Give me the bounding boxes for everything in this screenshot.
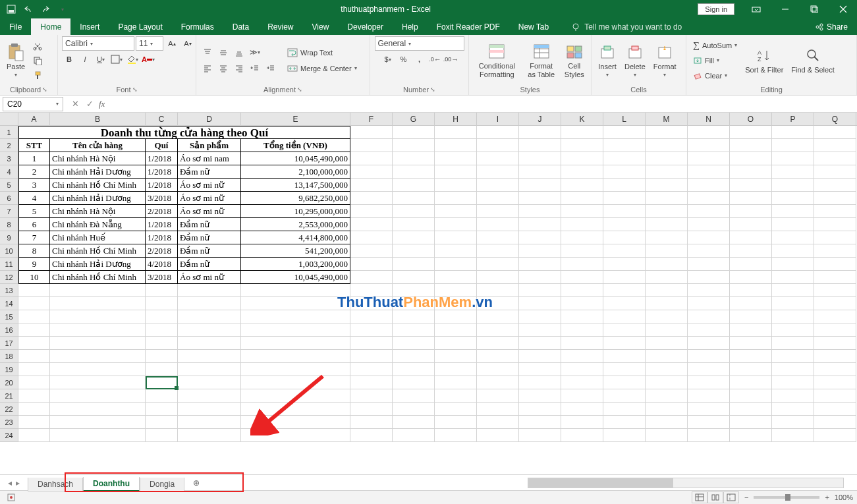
data-cell[interactable]: 9,682,250,000 — [241, 192, 350, 205]
row-header[interactable]: 3 — [0, 152, 18, 165]
empty-cell[interactable] — [688, 337, 730, 350]
font-color-button[interactable]: A▾ — [141, 52, 155, 67]
data-cell[interactable]: 2,553,000,000 — [241, 218, 350, 231]
empty-cell[interactable] — [50, 389, 146, 403]
empty-cell[interactable] — [146, 416, 178, 429]
table-header[interactable]: Sản phẩm — [178, 139, 241, 152]
row-header[interactable]: 10 — [0, 244, 18, 258]
empty-cell[interactable] — [350, 350, 393, 363]
increase-indent-button[interactable] — [263, 61, 278, 76]
empty-cell[interactable] — [561, 416, 603, 429]
empty-cell[interactable] — [561, 350, 603, 363]
empty-cell[interactable] — [646, 429, 688, 442]
empty-cell[interactable] — [519, 403, 561, 416]
font-size-select[interactable]: 11▾ — [136, 36, 163, 51]
empty-cell[interactable] — [603, 350, 646, 363]
data-cell[interactable]: Chi nhánh Hà Nội — [50, 152, 146, 165]
empty-cell[interactable] — [18, 310, 50, 323]
empty-cell[interactable] — [241, 323, 350, 337]
empty-cell[interactable] — [146, 429, 178, 442]
data-cell[interactable]: 1 — [18, 152, 50, 165]
empty-cell[interactable] — [814, 284, 856, 297]
fill-button[interactable]: Fill▾ — [690, 53, 740, 68]
delete-cells-button[interactable]: Delete▾ — [622, 42, 648, 79]
empty-cell[interactable] — [688, 403, 730, 416]
data-cell[interactable]: 4/2018 — [146, 258, 178, 271]
empty-cell[interactable] — [688, 363, 730, 376]
empty-cell[interactable] — [50, 429, 146, 442]
data-cell[interactable]: Đầm nữ — [178, 258, 241, 271]
empty-cell[interactable] — [350, 337, 393, 350]
decrease-font-button[interactable]: A▾ — [180, 36, 195, 51]
empty-cell[interactable] — [519, 284, 561, 297]
close-icon[interactable] — [829, 0, 857, 18]
empty-cell[interactable] — [18, 297, 50, 310]
empty-cell[interactable] — [18, 403, 50, 416]
empty-cell[interactable] — [435, 310, 477, 323]
zoom-level[interactable]: 100% — [835, 493, 853, 501]
qat-customize-icon[interactable]: ▾ — [57, 3, 69, 15]
table-header[interactable]: Quí — [146, 139, 178, 152]
empty-cell[interactable] — [519, 323, 561, 337]
empty-cell[interactable] — [435, 376, 477, 389]
tab-foxit[interactable]: Foxit Reader PDF — [428, 18, 509, 35]
empty-cell[interactable] — [435, 363, 477, 376]
empty-cell[interactable] — [646, 389, 688, 403]
row-header[interactable]: 4 — [0, 165, 18, 179]
empty-cell[interactable] — [146, 403, 178, 416]
col-header[interactable]: G — [393, 113, 435, 125]
col-header[interactable]: Q — [814, 113, 856, 125]
empty-cell[interactable] — [393, 337, 435, 350]
empty-cell[interactable] — [646, 323, 688, 337]
tab-insert[interactable]: Insert — [70, 18, 109, 35]
empty-cell[interactable] — [814, 429, 856, 442]
empty-cell[interactable] — [241, 403, 350, 416]
empty-cell[interactable] — [146, 284, 178, 297]
empty-cell[interactable] — [730, 284, 772, 297]
data-cell[interactable]: 5 — [18, 205, 50, 218]
normal-view-button[interactable] — [692, 491, 707, 503]
data-cell[interactable]: 1/2018 — [146, 152, 178, 165]
empty-cell[interactable] — [477, 297, 519, 310]
tab-page-layout[interactable]: Page Layout — [109, 18, 171, 35]
empty-cell[interactable] — [814, 403, 856, 416]
data-cell[interactable]: Chi nhánh Hồ Chí Minh — [50, 179, 146, 192]
data-cell[interactable]: 1/2018 — [146, 165, 178, 179]
empty-cell[interactable] — [146, 323, 178, 337]
empty-cell[interactable] — [646, 337, 688, 350]
empty-cell[interactable] — [146, 363, 178, 376]
zoom-in-button[interactable]: + — [825, 493, 829, 501]
empty-cell[interactable] — [646, 297, 688, 310]
empty-cell[interactable] — [350, 284, 393, 297]
empty-cell[interactable] — [688, 297, 730, 310]
empty-cell[interactable] — [688, 310, 730, 323]
empty-cell[interactable] — [350, 416, 393, 429]
empty-cell[interactable] — [646, 416, 688, 429]
data-cell[interactable]: 1/2018 — [146, 231, 178, 244]
empty-cell[interactable] — [519, 389, 561, 403]
empty-cell[interactable] — [814, 297, 856, 310]
empty-cell[interactable] — [50, 376, 146, 389]
align-top-button[interactable] — [200, 45, 215, 60]
empty-cell[interactable] — [603, 337, 646, 350]
tab-data[interactable]: Data — [223, 18, 258, 35]
row-header[interactable]: 13 — [0, 284, 18, 297]
row-header[interactable]: 16 — [0, 323, 18, 337]
empty-cell[interactable] — [688, 376, 730, 389]
empty-cell[interactable] — [350, 429, 393, 442]
maximize-icon[interactable] — [800, 0, 828, 18]
empty-cell[interactable] — [50, 403, 146, 416]
decrease-decimal-button[interactable]: .00→ — [444, 52, 458, 67]
empty-cell[interactable] — [646, 310, 688, 323]
empty-cell[interactable] — [178, 350, 241, 363]
data-cell[interactable]: 10 — [18, 271, 50, 284]
paste-button[interactable]: Paste ▾ — [4, 42, 28, 79]
empty-cell[interactable] — [393, 350, 435, 363]
data-cell[interactable]: Chi nhánh Hải Dương — [50, 258, 146, 271]
data-cell[interactable]: Áo sơ mi nữ — [178, 205, 241, 218]
data-cell[interactable]: Chi nhánh Hải Dương — [50, 192, 146, 205]
data-cell[interactable]: 3 — [18, 179, 50, 192]
data-cell[interactable]: 10,045,490,000 — [241, 271, 350, 284]
table-title[interactable]: Doanh thu từng cửa hàng theo Quí — [18, 126, 350, 139]
wrap-text-button[interactable]: Wrap Text — [285, 45, 360, 60]
